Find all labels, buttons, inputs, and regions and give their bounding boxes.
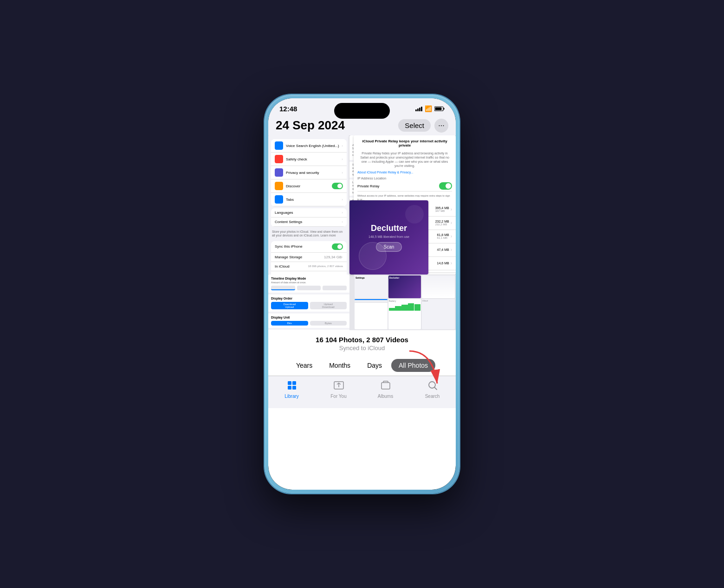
phone-screen: 12:48 📶 <box>268 98 456 490</box>
nav-search-label: Search <box>425 394 440 399</box>
library-icon <box>286 380 297 393</box>
nav-library-label: Library <box>284 394 299 399</box>
svg-rect-10 <box>381 383 390 389</box>
view-tabs: Years Months Days All Photos <box>268 355 456 376</box>
wifi-icon: 📶 <box>425 105 432 112</box>
photos-collage: Voice Search English (Unitied...) › Safe… <box>268 135 456 330</box>
tab-months[interactable]: Months <box>322 359 358 372</box>
nav-albums[interactable]: Albums <box>362 380 409 399</box>
settings-thumbnail: Voice Search English (Unitied...) › Safe… <box>268 135 349 275</box>
icloud-desc: Private Relay hides your IP address and … <box>354 151 456 170</box>
more-button[interactable]: ··· <box>434 119 448 133</box>
svg-line-12 <box>434 387 437 390</box>
declutter-title: Declutter <box>371 224 407 233</box>
bottom-info: 16 104 Photos, 2 807 Videos Synced to iC… <box>268 330 456 355</box>
nav-for-you[interactable]: For You <box>315 380 362 399</box>
mini-shots-grid: Settings Declutter Battery <box>354 275 456 330</box>
ip-value: Private Relay <box>357 184 380 188</box>
phone-frame: 12:48 📶 <box>265 95 459 493</box>
battery-icon <box>434 106 445 111</box>
svg-rect-5 <box>292 381 296 385</box>
signal-icon <box>415 106 422 111</box>
nav-albums-label: Albums <box>378 394 393 399</box>
svg-rect-1 <box>444 108 445 110</box>
ip-label: IP Address Location <box>357 177 452 180</box>
declutter-thumbnail: Declutter 148,5 MB liberated from use Sc… <box>349 200 428 275</box>
header-buttons: Select ··· <box>398 119 448 133</box>
phone-inner: 12:48 📶 <box>268 98 456 490</box>
svg-rect-4 <box>288 381 291 385</box>
search-icon <box>427 380 438 393</box>
tab-all-photos[interactable]: All Photos <box>391 359 435 372</box>
for-you-icon <box>333 380 344 393</box>
status-time: 12:48 <box>279 105 297 113</box>
declutter-sub: 148,5 MB liberated from use <box>364 235 414 238</box>
nav-for-you-label: For You <box>330 394 346 399</box>
nav-library[interactable]: Library <box>268 380 315 399</box>
photo-count: 16 104 Photos, 2 807 Videos <box>276 336 448 344</box>
icloud-title: iCloud Private Relay keeps your internet… <box>354 135 456 151</box>
dynamic-island <box>334 103 390 119</box>
photos-date: 24 Sep 2024 <box>276 118 345 133</box>
settings-bottom-thumbnail: Timeline Display Mode Amount of data sho… <box>268 275 349 330</box>
bottom-nav: Library For You <box>268 376 456 408</box>
status-icons: 📶 <box>415 105 445 112</box>
svg-rect-7 <box>292 386 296 390</box>
tab-days[interactable]: Days <box>360 359 389 372</box>
svg-rect-6 <box>288 386 291 390</box>
albums-icon <box>380 380 391 393</box>
nav-search[interactable]: Search <box>409 380 456 399</box>
tab-years[interactable]: Years <box>289 359 320 372</box>
sync-status: Synced to iCloud <box>276 345 448 352</box>
select-button[interactable]: Select <box>398 119 431 132</box>
svg-rect-2 <box>435 108 442 110</box>
